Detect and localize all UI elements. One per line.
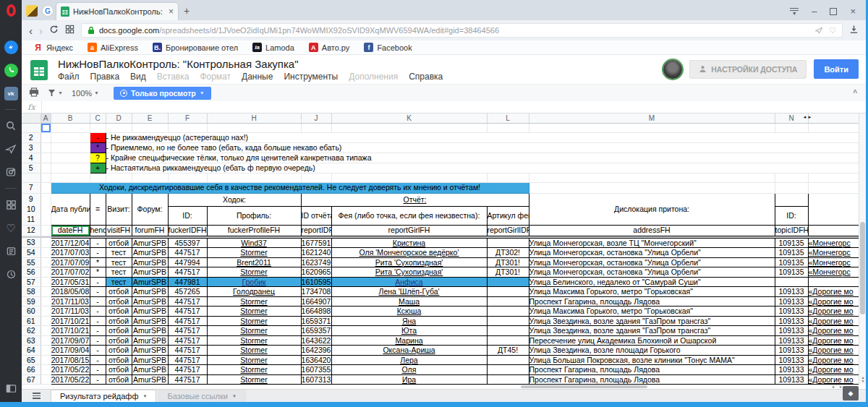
cell-a[interactable] [41, 277, 51, 287]
cell-date[interactable]: 2017/09/07 [51, 335, 90, 346]
cell-topic-id[interactable]: 109133 [775, 316, 808, 326]
row-number[interactable]: 60 [22, 307, 41, 317]
header-date[interactable]: Дата публикации отчёта: [51, 193, 90, 225]
cell-a[interactable] [41, 355, 51, 365]
cell-fucker-id[interactable]: 455397 [168, 238, 207, 248]
whatsapp-icon[interactable] [3, 62, 19, 78]
cell-fucker-id[interactable]: 447517 [168, 296, 207, 307]
column-header-f[interactable]: F [168, 113, 207, 123]
row-number[interactable]: 53 [22, 238, 41, 248]
forward-icon[interactable]: › [39, 25, 43, 36]
cell-visit[interactable]: тест [106, 248, 132, 258]
cell-mark[interactable]: - [90, 307, 106, 317]
cell-mark[interactable]: - [90, 355, 106, 365]
cell-visit[interactable]: отбой [106, 238, 132, 248]
cell-topic-id[interactable]: 109133 [775, 307, 808, 317]
cell-date[interactable]: 2017/10/21 [51, 316, 90, 326]
cell-a[interactable] [41, 326, 51, 336]
cell-visit[interactable]: отбой [106, 355, 132, 365]
select-all-corner[interactable] [22, 113, 41, 123]
close-tab-icon[interactable]: × [169, 7, 174, 17]
field-fucker-id[interactable]: fuckerIDFH [168, 225, 207, 236]
girl-link[interactable]: Яна [331, 316, 487, 326]
profile-link[interactable]: Stormer [207, 267, 301, 278]
cell-address[interactable]: Улица Большая Покровская, возле клиники … [529, 355, 775, 365]
menu-инструменты[interactable]: Инструменты [284, 72, 338, 82]
cell-topic-id[interactable]: 109133 [775, 296, 808, 307]
field-legend[interactable]: henda [90, 225, 106, 236]
login-button[interactable]: Войти [814, 59, 859, 79]
header-forum[interactable]: Форум: [132, 193, 168, 225]
cell-date[interactable]: 2018/05/08 [51, 287, 90, 297]
header-visit[interactable]: Визит: [106, 193, 132, 225]
bookmark-heart-icon[interactable]: ♡ [829, 26, 836, 35]
profile-link[interactable]: Stormer [207, 365, 301, 375]
cell-a[interactable] [41, 248, 51, 258]
cell-fucker-id[interactable]: 447517 [168, 355, 207, 365]
topic-link[interactable]: «Дорогие мо [808, 296, 859, 307]
topic-link[interactable]: «Дорогие мо [808, 365, 859, 375]
header-hodok-profile[interactable]: Профиль: [207, 206, 301, 225]
zoom-select[interactable]: 100% ▼ [72, 89, 99, 98]
profile-link[interactable]: Stormer [207, 355, 301, 365]
topic-link[interactable]: «Дорогие мо [808, 326, 859, 336]
cell-mark[interactable]: - [90, 335, 106, 346]
column-header-l[interactable]: L [487, 113, 529, 123]
bookmark-yandex[interactable]: ЯЯндекс [33, 43, 73, 52]
cell-topic-id[interactable]: 109135 [775, 257, 808, 267]
row-number[interactable]: 62 [22, 326, 41, 336]
legend-text-cell[interactable]: - Настаятильна риккамендуеццо (ебать ф п… [106, 163, 859, 173]
cell-a[interactable] [41, 238, 51, 248]
cell-visit[interactable]: тест [106, 267, 132, 278]
profile-link[interactable]: Гробик [207, 277, 301, 287]
view-only-button[interactable]: Только просмотр ▼ [114, 87, 211, 100]
active-browser-tab[interactable]: НижНовПалкоКонтроль: × [56, 3, 178, 20]
topic-link[interactable]: «Дорогие мо [808, 287, 859, 297]
girl-link[interactable]: Лена 'Шлёп-Губа' [331, 287, 487, 297]
back-icon[interactable]: ‹ [29, 25, 33, 36]
column-header-d[interactable]: D [106, 113, 132, 123]
girl-link[interactable]: Рита 'Сухопиздная' [331, 257, 487, 267]
cell-topic-id[interactable]: 109135 [775, 267, 808, 278]
row-number[interactable]: 58 [22, 287, 41, 297]
cell-topic-id[interactable]: 109133 [775, 355, 808, 365]
column-header-partial[interactable]: ◄► [808, 113, 859, 123]
cell-girl-article[interactable] [487, 307, 529, 317]
cell-address[interactable]: Улица Звездинка, возле здания "ГазПром т… [529, 316, 775, 326]
cell-a[interactable] [41, 287, 51, 297]
downloads-icon[interactable] [849, 24, 859, 37]
cell-topic-id[interactable]: 109135 [775, 238, 808, 248]
field-address[interactable]: addressFH [529, 225, 775, 236]
cell-fucker-id[interactable]: 447517 [168, 307, 207, 317]
cell-report-id[interactable]: 1659371 [301, 316, 331, 326]
cell-fucker-id[interactable]: 447981 [168, 277, 207, 287]
cell-girl-article[interactable] [487, 365, 529, 375]
collapse-toolbar-icon[interactable]: ^ [853, 89, 857, 97]
menu-правка[interactable]: Правка [90, 72, 120, 82]
column-header-c[interactable]: C [90, 113, 106, 123]
cell-a[interactable] [41, 296, 51, 307]
cell-a[interactable] [41, 374, 51, 385]
cell-forum[interactable]: AmurSPB [132, 335, 168, 346]
cell-report-id[interactable]: 1607313 [301, 374, 331, 385]
girl-link[interactable]: Оксана-Ариша [331, 346, 487, 356]
cell-forum[interactable]: AmurSPB [132, 296, 168, 307]
field-profile[interactable]: fuckerProfileFH [207, 225, 301, 236]
cell-a[interactable] [41, 335, 51, 346]
cell-date[interactable]: 2017/07/02 [51, 267, 90, 278]
cell-topic-id[interactable]: 109133 [775, 365, 808, 375]
minimize-icon[interactable]: – [812, 7, 817, 16]
row-number[interactable]: 5 [22, 163, 41, 173]
access-settings-button[interactable]: НАСТРОЙКИ ДОСТУПА [689, 60, 807, 79]
column-header-m[interactable]: M [529, 113, 775, 123]
cell-forum[interactable]: AmurSPB [132, 326, 168, 336]
cell-date[interactable]: 2017/08/15 [51, 355, 90, 365]
cell-visit[interactable]: отбой [106, 296, 132, 307]
girl-link[interactable]: Ксюша [331, 307, 487, 317]
bookmarks-heart-icon[interactable]: ♡ [3, 220, 19, 236]
cell-mark[interactable]: * [90, 257, 106, 267]
cell-mark[interactable]: - [90, 326, 106, 336]
pinned-tab-favicon[interactable] [26, 5, 38, 17]
cell-visit[interactable]: отбой [106, 346, 132, 356]
topic-link[interactable]: «Дорогие мо [808, 316, 859, 326]
